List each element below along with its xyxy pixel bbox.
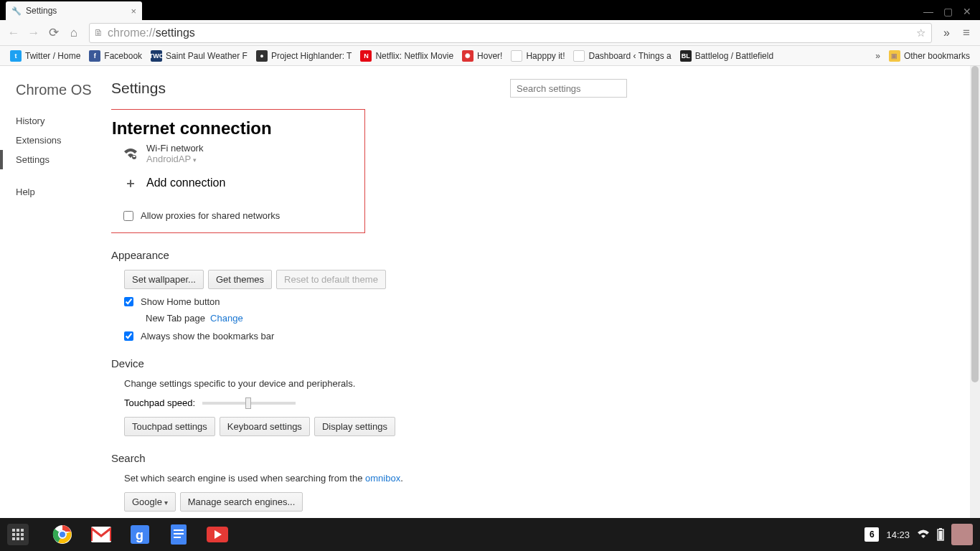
device-desc: Change settings specific to your device … xyxy=(124,378,628,389)
user-avatar[interactable] xyxy=(951,524,973,545)
show-bookmarks-label: Always show the bookmarks bar xyxy=(141,331,274,342)
page-title: Settings xyxy=(111,80,166,97)
bookmark-favicon xyxy=(511,50,522,62)
bookmark-label: Battlelog / Battlefield xyxy=(695,51,773,61)
forward-icon[interactable]: → xyxy=(26,26,42,40)
bookmark-favicon: N xyxy=(360,50,372,62)
search-settings-input[interactable] xyxy=(510,79,627,98)
sidebar-item-settings[interactable]: Settings xyxy=(0,150,111,169)
bookmark-item[interactable]: Dashboard ‹ Things a xyxy=(569,50,675,62)
appearance-heading: Appearance xyxy=(111,249,628,261)
svg-rect-15 xyxy=(91,527,111,542)
chrome-icon[interactable] xyxy=(50,522,75,547)
search-engine-dropdown[interactable]: Google xyxy=(124,492,176,512)
show-home-checkbox[interactable] xyxy=(124,297,133,306)
wifi-status-icon[interactable] xyxy=(917,529,930,540)
scrollbar[interactable] xyxy=(970,66,980,518)
add-connection-label: Add connection xyxy=(146,176,225,189)
bookmark-item[interactable]: NNetflix: Netflix Movie xyxy=(356,50,458,62)
bookmark-item[interactable]: BLBattlelog / Battlefield xyxy=(676,50,778,62)
bookmark-label: Dashboard ‹ Things a xyxy=(588,51,671,61)
svg-text:g: g xyxy=(136,528,143,542)
display-settings-button[interactable]: Display settings xyxy=(314,417,395,436)
svg-rect-5 xyxy=(12,533,15,536)
sidebar-item-history[interactable]: History xyxy=(0,111,111,131)
touchpad-speed-slider[interactable] xyxy=(202,402,296,405)
touchpad-speed-label: Touchpad speed: xyxy=(124,397,195,408)
docs-icon[interactable] xyxy=(166,522,191,547)
search-heading: Search xyxy=(111,452,628,464)
bookmark-favicon: ✺ xyxy=(462,50,473,62)
bookmark-favicon: TWC xyxy=(151,50,162,62)
wifi-network-row[interactable]: Wi-Fi network AndroidAP xyxy=(111,138,356,167)
browser-tab[interactable]: 🔧 Settings × xyxy=(6,1,142,20)
svg-rect-3 xyxy=(17,529,19,532)
google-search-icon[interactable]: g xyxy=(128,522,152,547)
bookmark-item[interactable]: ●Project Highlander: T xyxy=(252,50,357,62)
svg-rect-21 xyxy=(174,537,181,538)
new-tab-label: New Tab page xyxy=(146,313,205,324)
svg-rect-2 xyxy=(12,529,15,532)
svg-rect-25 xyxy=(939,531,943,540)
maximize-icon[interactable]: ▢ xyxy=(943,6,953,17)
bookmark-item[interactable]: TWCSaint Paul Weather F xyxy=(146,50,252,62)
show-bookmarks-checkbox[interactable] xyxy=(124,331,133,341)
bookmark-item[interactable]: fFacebook xyxy=(85,50,146,62)
show-home-label: Show Home button xyxy=(141,296,220,307)
wifi-title: Wi-Fi network xyxy=(146,143,203,154)
bookmark-label: Happpy it! xyxy=(526,51,565,61)
change-link[interactable]: Change xyxy=(210,313,243,324)
other-bookmarks[interactable]: ▣ Other bookmarks xyxy=(885,50,974,62)
bookmark-item[interactable]: ✺Hover! xyxy=(458,50,507,62)
add-connection-button[interactable]: ＋ Add connection xyxy=(111,167,356,194)
clock[interactable]: 14:23 xyxy=(886,529,910,540)
bookmark-item[interactable]: Happpy it! xyxy=(507,50,569,62)
back-icon[interactable]: ← xyxy=(6,26,22,40)
reload-icon[interactable]: ⟳ xyxy=(46,25,62,40)
brand-title: Chrome OS xyxy=(0,79,111,111)
bookmarks-overflow-icon[interactable]: » xyxy=(871,51,885,61)
bookmark-item[interactable]: tTwitter / Home xyxy=(6,50,85,62)
bookmark-label: Facebook xyxy=(104,51,142,61)
search-desc: Set which search engine is used when sea… xyxy=(124,473,365,484)
keyboard-settings-button[interactable]: Keyboard settings xyxy=(220,417,310,436)
overflow-icon[interactable]: » xyxy=(939,27,954,39)
window-close-icon[interactable]: ✕ xyxy=(963,6,971,17)
home-icon[interactable]: ⌂ xyxy=(66,26,82,40)
svg-rect-6 xyxy=(17,533,19,536)
app-launcher-icon[interactable] xyxy=(7,524,29,545)
get-themes-button[interactable]: Get themes xyxy=(208,270,272,289)
star-icon[interactable]: ☆ xyxy=(916,27,925,39)
wifi-icon xyxy=(123,148,138,159)
svg-rect-24 xyxy=(939,528,942,529)
gmail-icon[interactable] xyxy=(89,522,113,547)
omnibox[interactable]: 🗎 chrome://settings ☆ xyxy=(89,23,932,43)
bookmark-label: Netflix: Netflix Movie xyxy=(375,51,453,61)
svg-rect-20 xyxy=(174,533,184,534)
manage-search-engines-button[interactable]: Manage search engines... xyxy=(180,492,303,512)
menu-icon[interactable]: ≡ xyxy=(958,26,974,40)
wrench-icon: 🔧 xyxy=(11,6,22,16)
bookmark-label: Saint Paul Weather F xyxy=(166,51,248,61)
sidebar-item-extensions[interactable]: Extensions xyxy=(0,131,111,150)
bookmark-favicon: t xyxy=(10,50,22,62)
bookmark-label: Twitter / Home xyxy=(25,51,80,61)
bookmark-label: Hover! xyxy=(477,51,502,61)
youtube-icon[interactable] xyxy=(205,522,230,547)
set-wallpaper-button[interactable]: Set wallpaper... xyxy=(124,270,204,289)
touchpad-settings-button[interactable]: Touchpad settings xyxy=(124,417,215,436)
svg-rect-10 xyxy=(21,537,24,540)
minimize-icon[interactable]: — xyxy=(923,6,933,17)
url-path: settings xyxy=(156,27,195,39)
allow-proxies-label: Allow proxies for shared networks xyxy=(141,210,280,221)
close-icon[interactable]: × xyxy=(131,6,136,17)
notification-badge[interactable]: 6 xyxy=(864,527,879,542)
omnibox-link[interactable]: omnibox xyxy=(365,473,400,484)
bookmark-favicon xyxy=(573,50,585,62)
battery-icon[interactable] xyxy=(937,528,944,541)
svg-rect-9 xyxy=(17,537,19,540)
allow-proxies-checkbox[interactable] xyxy=(123,211,133,221)
page-icon: 🗎 xyxy=(94,27,103,38)
sidebar-item-help[interactable]: Help xyxy=(0,182,111,202)
bookmark-favicon: f xyxy=(89,50,100,62)
